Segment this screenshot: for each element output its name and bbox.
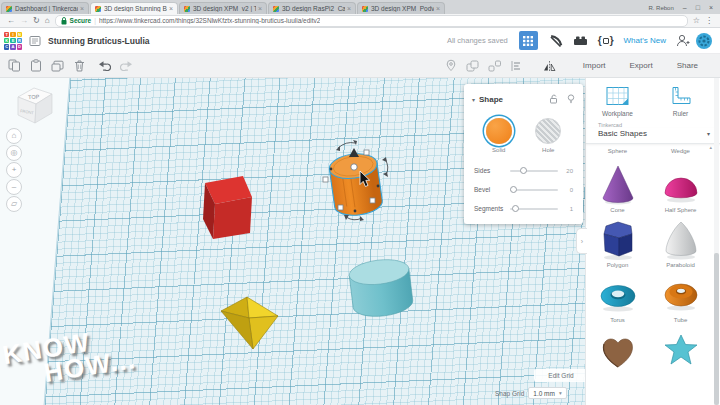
- tab-close-icon[interactable]: ×: [80, 5, 84, 12]
- segments-slider-row: Segments 1: [466, 199, 581, 218]
- address-bar[interactable]: Secure | https://www.tinkercad.com/thing…: [55, 15, 688, 27]
- back-icon[interactable]: ←: [7, 17, 15, 25]
- panel-collapse-caret-icon[interactable]: ▾: [472, 96, 475, 103]
- home-view-button[interactable]: ⌂: [6, 128, 22, 144]
- scrollbar-thumb[interactable]: [714, 253, 719, 405]
- library-brand-label: Tinkercad: [586, 117, 720, 128]
- shape-torus[interactable]: Torus: [586, 272, 649, 323]
- hole-swatch[interactable]: [535, 118, 561, 144]
- zoom-out-button[interactable]: –: [6, 179, 22, 195]
- import-button[interactable]: Import: [583, 61, 606, 70]
- paste-icon[interactable]: [30, 59, 42, 72]
- ungroup-icon[interactable]: [488, 60, 501, 72]
- undo-icon[interactable]: [98, 60, 111, 71]
- duplicate-icon[interactable]: [51, 59, 65, 72]
- drop-workplane-icon[interactable]: [445, 59, 457, 72]
- save-status: All changes saved: [447, 36, 508, 45]
- maximize-icon[interactable]: □: [696, 4, 700, 11]
- shape-wedge-label[interactable]: Wedge: [649, 148, 712, 154]
- export-button[interactable]: Export: [630, 61, 653, 70]
- shape-category-dropdown[interactable]: Basic Shapes ▾: [586, 128, 720, 144]
- home-icon[interactable]: ⌂: [45, 17, 50, 25]
- align-icon[interactable]: [510, 60, 522, 72]
- shape-paraboloid[interactable]: Paraboloid: [649, 217, 712, 268]
- solid-swatch[interactable]: [486, 118, 512, 144]
- shape-sphere-label[interactable]: Sphere: [586, 148, 649, 154]
- lock-icon: [61, 17, 67, 25]
- hole-label: Hole: [542, 147, 554, 153]
- copy-icon[interactable]: [8, 59, 21, 72]
- apps-grid-button[interactable]: [519, 31, 538, 50]
- edit-grid-button[interactable]: Edit Grid: [534, 369, 588, 382]
- tinkercad-logo[interactable]: TIN KER CAD: [4, 32, 22, 50]
- workplane-icon: [605, 85, 631, 107]
- tab-close-icon[interactable]: ×: [169, 5, 173, 12]
- snap-grid-dropdown[interactable]: 1.0 mm ▾: [528, 387, 566, 399]
- tinkercad-favicon: [6, 6, 12, 12]
- tab-close-icon[interactable]: ×: [347, 5, 351, 12]
- add-user-icon[interactable]: [676, 34, 690, 47]
- unlock-icon[interactable]: [549, 90, 558, 108]
- fit-view-button[interactable]: ◎: [6, 145, 22, 161]
- mirror-icon[interactable]: [543, 60, 556, 72]
- codeblocks-icon[interactable]: {}: [598, 35, 614, 46]
- minimize-icon[interactable]: –: [683, 4, 687, 11]
- lightbulb-icon[interactable]: [567, 90, 575, 108]
- tinkercad-favicon: [95, 6, 101, 12]
- tab-design-pod[interactable]: 3D design XPM_Podv2 | ×: [357, 2, 445, 14]
- tab-design-raspi[interactable]: 3D design RasPi2_Cas... ×: [268, 2, 356, 14]
- redo-icon: [120, 60, 133, 71]
- view-cube[interactable]: TOP FRONT: [11, 82, 57, 136]
- bookmark-star-icon[interactable]: ☆: [693, 17, 700, 25]
- shape-gallery: Sphere Wedge Cone: [586, 144, 720, 371]
- shape-polygon[interactable]: Polygon: [586, 217, 649, 268]
- tab-close-icon[interactable]: ×: [436, 5, 440, 12]
- hole-material-option[interactable]: Hole: [535, 118, 561, 153]
- url-text: https://www.tinkercad.com/things/32SNlwK…: [99, 17, 320, 24]
- scroll-up-icon[interactable]: ▴: [709, 144, 712, 150]
- snap-grid-label: Snap Grid: [495, 390, 524, 397]
- minecraft-pickaxe-icon[interactable]: [548, 34, 563, 48]
- shape-tube[interactable]: Tube: [649, 272, 712, 323]
- tinkercad-window: Dashboard | Tinkercad × 3D design Stunni…: [0, 0, 720, 405]
- zoom-in-button[interactable]: +: [6, 162, 22, 178]
- avatar[interactable]: [696, 33, 712, 49]
- sidebar-scrollbar[interactable]: [714, 78, 719, 405]
- whats-new-link[interactable]: What's New: [624, 36, 666, 45]
- tab-title: 3D design XPM_v2 | Tin...: [193, 5, 256, 12]
- ruler-tool[interactable]: Ruler: [649, 85, 712, 117]
- share-button[interactable]: Share: [677, 61, 698, 70]
- shape-panel-title: Shape: [479, 95, 503, 104]
- design-properties-icon[interactable]: [29, 35, 41, 47]
- browser-menu-icon[interactable]: ⋮: [705, 17, 713, 25]
- browser-urlbar: ← → ↻ ⌂ Secure | https://www.tinkercad.c…: [0, 14, 720, 28]
- segments-slider[interactable]: [510, 208, 558, 210]
- tab-dashboard[interactable]: Dashboard | Tinkercad ×: [1, 2, 89, 14]
- shape-heart[interactable]: [586, 327, 649, 371]
- reload-icon[interactable]: ↻: [33, 17, 40, 25]
- workplane-tool[interactable]: Workplane: [586, 85, 649, 117]
- shape-cone[interactable]: Cone: [586, 162, 649, 213]
- viewcube-top-label: TOP: [28, 94, 40, 101]
- tab-close-icon[interactable]: ×: [258, 5, 262, 12]
- solid-material-option[interactable]: Solid: [486, 118, 512, 153]
- delete-icon[interactable]: [74, 59, 85, 72]
- tinkercad-favicon: [362, 6, 368, 12]
- tinkercad-favicon: [273, 6, 279, 12]
- lego-brick-icon[interactable]: [573, 35, 588, 46]
- tab-design-xpm[interactable]: 3D design XPM_v2 | Tin... ×: [179, 2, 267, 14]
- design-title[interactable]: Stunning Bruticus-Luulia: [48, 36, 150, 46]
- group-icon[interactable]: [466, 60, 479, 72]
- tab-title: 3D design Stunning Bru...: [104, 5, 167, 12]
- close-icon[interactable]: ×: [709, 4, 713, 11]
- bevel-slider[interactable]: [510, 189, 558, 191]
- tab-current-design[interactable]: 3D design Stunning Bru... ×: [90, 2, 178, 14]
- sides-slider[interactable]: [510, 170, 558, 172]
- browser-tabstrip: Dashboard | Tinkercad × 3D design Stunni…: [0, 0, 720, 14]
- sides-slider-row: Sides 20: [466, 161, 581, 180]
- shape-half-sphere[interactable]: Half Sphere: [649, 162, 712, 213]
- perspective-toggle-button[interactable]: ▱: [6, 196, 22, 212]
- shape-star[interactable]: [649, 327, 712, 371]
- secure-label: Secure: [70, 17, 92, 24]
- forward-icon[interactable]: →: [20, 17, 28, 25]
